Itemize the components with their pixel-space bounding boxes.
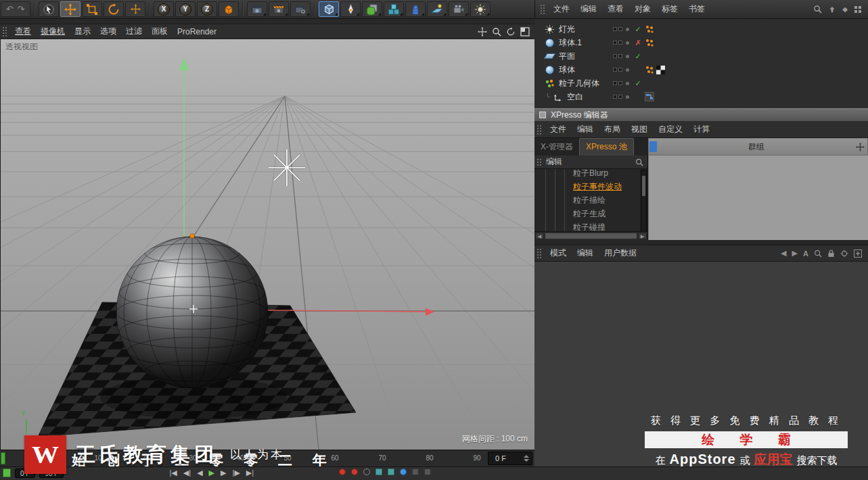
pool-edit-menu[interactable]: 编辑 xyxy=(546,156,562,168)
om-menu-tags[interactable]: 标签 xyxy=(662,3,678,15)
particle-tag-icon[interactable] xyxy=(645,24,654,34)
y-axis-lock-button[interactable]: Y xyxy=(175,1,196,17)
xp-menu-edit[interactable]: 编辑 xyxy=(577,124,593,135)
object-name[interactable]: 平面 xyxy=(559,51,610,62)
am-menu-userdata[interactable]: 用户数据 xyxy=(604,247,637,259)
history-back-icon[interactable]: ◀ xyxy=(781,249,786,258)
particle-tag-icon[interactable] xyxy=(645,65,654,74)
pan-view-icon[interactable] xyxy=(478,27,487,37)
add-spline-pen-button[interactable] xyxy=(340,1,361,17)
am-menu-mode[interactable]: 模式 xyxy=(550,247,566,259)
x-axis-lock-button[interactable]: X xyxy=(154,1,174,17)
add-camera-button[interactable] xyxy=(449,1,469,17)
enabled-check-icon[interactable]: ✓ xyxy=(633,79,643,88)
auto-mode-icon[interactable]: A xyxy=(803,249,808,258)
pool-item[interactable]: 粒子Blurp xyxy=(534,169,647,180)
am-search-icon[interactable] xyxy=(814,249,822,258)
panel-gripper[interactable] xyxy=(536,124,541,135)
pool-search-icon[interactable] xyxy=(635,158,643,166)
undo-redo-button[interactable]: ↶ ↷ xyxy=(1,1,30,17)
render-picture-viewer-button[interactable] xyxy=(269,1,289,17)
object-row-sphere-1[interactable]: 球体.1 ✗ xyxy=(534,36,868,49)
render-settings-button[interactable] xyxy=(290,1,311,17)
add-cube-button[interactable] xyxy=(319,1,339,17)
tab-xpresso-pool[interactable]: XPresso 池 xyxy=(579,138,634,155)
visibility-toggles[interactable] xyxy=(613,54,622,58)
timeline-marker[interactable] xyxy=(1,452,5,464)
record-button[interactable] xyxy=(339,469,346,475)
render-view-button[interactable] xyxy=(247,1,267,17)
pool-item[interactable]: 粒子碰撞 xyxy=(534,220,647,231)
am-menu-edit[interactable]: 编辑 xyxy=(577,247,593,259)
visibility-toggles[interactable] xyxy=(613,68,622,72)
object-row-null[interactable]: └ 空白 xyxy=(534,90,868,103)
move-tool-button[interactable] xyxy=(60,1,81,17)
current-frame-field[interactable]: 0 F xyxy=(488,452,532,465)
add-light-button[interactable] xyxy=(470,1,490,17)
perspective-viewport[interactable]: Y 透视视图 网格间距 : 100 cm xyxy=(0,39,534,450)
live-selection-button[interactable] xyxy=(39,1,59,17)
search-icon[interactable] xyxy=(813,5,822,14)
layout-diamond-icon[interactable]: ◆ xyxy=(842,5,848,13)
keyframe-selection-button[interactable] xyxy=(363,469,370,475)
record-position-button[interactable] xyxy=(375,469,382,475)
enabled-check-icon[interactable]: ✓ xyxy=(633,25,643,34)
disabled-cross-icon[interactable]: ✗ xyxy=(633,39,643,47)
coordinate-system-button[interactable] xyxy=(219,1,239,17)
visibility-toggles[interactable] xyxy=(613,95,622,99)
xp-menu-file[interactable]: 文件 xyxy=(550,124,566,135)
layer-dot[interactable] xyxy=(626,41,629,45)
vp-menu-filter[interactable]: 过滤 xyxy=(126,26,142,37)
vp-menu-view[interactable]: 查看 xyxy=(15,26,31,37)
pool-item[interactable]: 粒子生成 xyxy=(534,207,647,220)
lock-icon[interactable] xyxy=(827,249,835,258)
particle-tag-icon[interactable] xyxy=(645,38,654,47)
panel-gripper[interactable] xyxy=(540,4,545,15)
om-menu-edit[interactable]: 编辑 xyxy=(580,3,597,15)
hscroll-thumb[interactable] xyxy=(545,233,637,239)
pan-canvas-icon[interactable] xyxy=(856,143,865,151)
panel-gripper[interactable] xyxy=(536,158,541,166)
xp-menu-view[interactable]: 视图 xyxy=(631,124,647,135)
rotate-view-icon[interactable] xyxy=(506,27,516,37)
object-row-light[interactable]: 灯光 ✓ xyxy=(534,22,868,36)
timeline-range-chip[interactable] xyxy=(3,469,11,477)
layer-dot[interactable] xyxy=(626,82,629,85)
om-menu-bookmarks[interactable]: 书签 xyxy=(689,3,705,15)
record-rotation-button[interactable] xyxy=(400,469,407,475)
pool-item[interactable]: 粒子描绘 xyxy=(534,193,647,207)
layer-dot[interactable] xyxy=(626,95,629,99)
layout-grid-icon[interactable] xyxy=(854,5,862,14)
visibility-toggles[interactable] xyxy=(613,41,622,45)
checker-texture-tag-icon[interactable] xyxy=(656,66,665,74)
vp-menu-panel[interactable]: 面板 xyxy=(152,26,168,37)
pool-horizontal-scrollbar[interactable]: ◀ ▶ xyxy=(534,231,647,240)
om-menu-file[interactable]: 文件 xyxy=(553,3,570,15)
scale-tool-button[interactable] xyxy=(82,1,102,17)
om-menu-objects[interactable]: 对象 xyxy=(635,3,651,15)
vp-menu-prorender[interactable]: ProRender xyxy=(177,27,216,37)
xpresso-tag-icon[interactable] xyxy=(645,92,654,101)
object-row-sphere[interactable]: 球体 xyxy=(534,63,868,76)
pool-scrollbar[interactable] xyxy=(641,170,647,231)
layer-dot[interactable] xyxy=(626,68,629,72)
object-name[interactable]: 粒子几何体 xyxy=(559,78,610,89)
autokey-button[interactable] xyxy=(351,469,358,475)
panel-gripper[interactable] xyxy=(2,26,7,37)
record-scale-button[interactable] xyxy=(388,469,394,475)
pool-scroll-thumb[interactable] xyxy=(642,176,645,196)
add-deformer-button[interactable] xyxy=(405,1,426,17)
object-name[interactable]: 球体 xyxy=(559,64,610,76)
vp-menu-options[interactable]: 选项 xyxy=(100,26,116,37)
xp-menu-calculate[interactable]: 计算 xyxy=(693,124,710,135)
object-name[interactable]: 空白 xyxy=(567,91,610,103)
tab-x-manager[interactable]: X-管理器 xyxy=(534,139,579,155)
add-panel-icon[interactable] xyxy=(854,249,862,258)
add-floor-environment-button[interactable] xyxy=(427,1,447,17)
xp-menu-layout[interactable]: 布局 xyxy=(604,124,620,135)
xpresso-group-header[interactable]: 群组 xyxy=(648,138,868,155)
visibility-toggles[interactable] xyxy=(613,27,622,31)
xp-menu-custom[interactable]: 自定义 xyxy=(658,124,683,135)
record-pla-button[interactable] xyxy=(424,469,431,475)
zoom-view-icon[interactable] xyxy=(492,27,501,37)
